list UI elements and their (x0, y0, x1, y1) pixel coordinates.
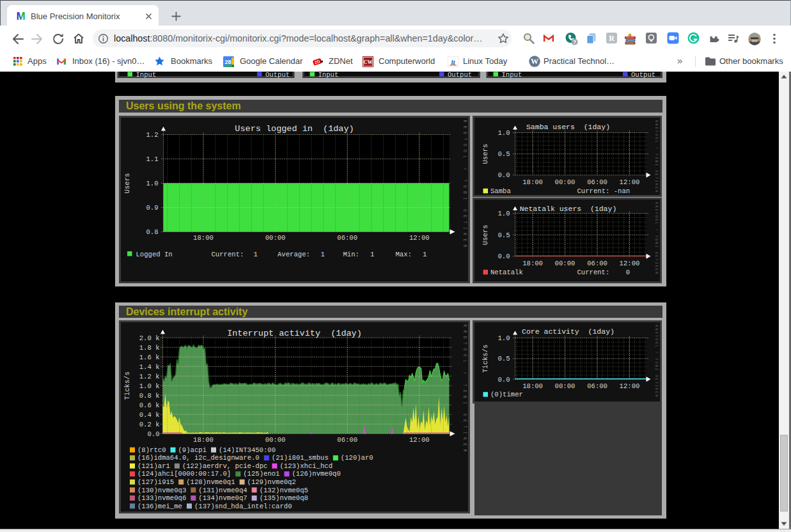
svg-text:1.0: 1.0 (497, 210, 510, 217)
svg-text:R: R (609, 34, 615, 43)
svg-text:06:00: 06:00 (587, 382, 607, 390)
svg-text:Input: Input (502, 72, 522, 79)
svg-text:(130)nvme0q3: (130)nvme0q3 (137, 486, 186, 494)
svg-text:(125)eno1: (125)eno1 (243, 470, 279, 478)
svg-text:0.0: 0.0 (497, 375, 510, 383)
svg-text:00:00: 00:00 (554, 382, 575, 390)
svg-text:(16)idma64.0, i2c_designware.0: (16)idma64.0, i2c_designware.0 (137, 454, 260, 462)
svg-text:1.0 k: 1.0 k (139, 382, 159, 389)
svg-text:Input: Input (318, 72, 339, 79)
svg-text:00:00: 00:00 (554, 259, 575, 267)
svg-text:12:00: 12:00 (619, 259, 639, 267)
svg-text:(0)timer: (0)timer (490, 391, 523, 398)
svg-text:Logged In: Logged In (136, 250, 172, 258)
svg-text:12:00: 12:00 (409, 435, 429, 443)
svg-text:Output: Output (448, 72, 472, 79)
svg-text:CW: CW (364, 59, 373, 65)
svg-text:Core activity (1day): Core activity (1day) (522, 327, 615, 336)
svg-text:0.4 k: 0.4 k (139, 411, 159, 418)
svg-text:Current: 0: Current: 0 (577, 268, 630, 276)
svg-text:28: 28 (225, 59, 231, 65)
svg-text:(122)aerdrv, pcie-dpc: (122)aerdrv, pcie-dpc (182, 462, 267, 470)
svg-text:M: M (16, 10, 25, 21)
svg-text:Samba: Samba (490, 187, 511, 194)
svg-text:18:00: 18:00 (193, 234, 214, 242)
svg-text:06:00: 06:00 (587, 178, 607, 186)
svg-text:0.0: 0.0 (497, 171, 510, 179)
svg-text:Ticks/s: Ticks/s (482, 344, 489, 373)
svg-text:06:00: 06:00 (587, 259, 607, 267)
svg-text:Input: Input (136, 72, 157, 79)
svg-text:1.0: 1.0 (146, 180, 158, 187)
svg-text:(134)nvme0q7: (134)nvme0q7 (198, 494, 247, 502)
svg-text:(137)snd_hda_intel:card0: (137)snd_hda_intel:card0 (194, 502, 292, 510)
svg-text:0.0: 0.0 (147, 430, 159, 437)
svg-text:Output: Output (265, 72, 290, 79)
svg-text:18:00: 18:00 (522, 178, 543, 186)
svg-text:Samba users (1day): Samba users (1day) (526, 123, 609, 131)
svg-text:(9)acpi: (9)acpi (178, 446, 207, 454)
svg-text:00:00: 00:00 (265, 435, 285, 443)
svg-text:RRDTOOL / TOBI OETIKER: RRDTOOL / TOBI OETIKER (654, 325, 659, 398)
svg-text:(136)mei_me: (136)mei_me (137, 502, 182, 510)
svg-text:Max:: Max: (395, 250, 411, 258)
svg-text:0.8: 0.8 (146, 228, 158, 236)
svg-text:1.4 k: 1.4 k (139, 363, 159, 370)
svg-text:(121)ar1: (121)ar1 (137, 462, 170, 470)
svg-text:(132)nvme0q5: (132)nvme0q5 (259, 486, 308, 494)
svg-text:(14)INT3450:00: (14)INT3450:00 (219, 446, 276, 454)
svg-text:1: 1 (253, 250, 257, 258)
svg-text:Netatalk: Netatalk (490, 268, 523, 276)
svg-text:00:00: 00:00 (554, 178, 575, 186)
svg-text:Current:: Current: (211, 250, 244, 258)
svg-text:Netatalk users (1day): Netatalk users (1day) (519, 204, 616, 212)
svg-text:RRDTOOL / TOBI OETIKER: RRDTOOL / TOBI OETIKER (654, 201, 658, 274)
svg-text:RRDTOOL / TOBI OETIKER: RRDTOOL / TOBI OETIKER (654, 120, 659, 193)
svg-text:(128)nvme0q1: (128)nvme0q1 (186, 478, 235, 486)
svg-text:12:00: 12:00 (619, 178, 639, 186)
svg-text:18:00: 18:00 (522, 259, 543, 267)
svg-text:0.0: 0.0 (497, 253, 510, 260)
svg-text:0.5: 0.5 (497, 231, 510, 239)
svg-text:06:00: 06:00 (337, 234, 357, 242)
svg-text:(123)xhci_hcd: (123)xhci_hcd (279, 462, 333, 470)
svg-text:0.8 k: 0.8 k (139, 391, 159, 399)
svg-text:Current: -nan: Current: -nan (577, 187, 630, 194)
svg-text:1.8 k: 1.8 k (139, 343, 159, 351)
svg-text:lt: lt (451, 58, 455, 66)
svg-text:RRDTOOL / TOBI OETIKER: RRDTOOL / TOBI OETIKER (462, 120, 466, 251)
svg-text:W: W (531, 57, 538, 66)
svg-text:Ticks/s: Ticks/s (123, 372, 130, 400)
svg-text:Average:: Average: (278, 250, 310, 258)
svg-text:0.5: 0.5 (497, 355, 510, 363)
svg-text:1.1: 1.1 (146, 155, 158, 163)
svg-text:1.2: 1.2 (146, 131, 158, 139)
svg-text:1.2 k: 1.2 k (139, 372, 159, 380)
svg-text:(129)nvme0q2: (129)nvme0q2 (247, 478, 295, 486)
svg-text:1: 1 (370, 250, 374, 258)
svg-text:(126)nvme0q0: (126)nvme0q0 (292, 470, 340, 478)
svg-text:(127)i915: (127)i915 (137, 478, 174, 486)
svg-text:RRDTOOL / TOBI OETIKER: RRDTOOL / TOBI OETIKER (462, 324, 466, 455)
svg-text:12:00: 12:00 (619, 382, 639, 390)
svg-text:12:00: 12:00 (409, 234, 429, 242)
svg-text:(135)nvme0q8: (135)nvme0q8 (259, 494, 308, 502)
svg-text:2.0 k: 2.0 k (139, 334, 159, 341)
svg-text:0.2 k: 0.2 k (139, 420, 159, 428)
svg-text:Users: Users (482, 143, 489, 164)
svg-text:Interrupt activity (1day): Interrupt activity (1day) (227, 328, 362, 338)
svg-text:0.5: 0.5 (497, 150, 510, 158)
svg-text:18:00: 18:00 (193, 435, 214, 443)
svg-text:06:00: 06:00 (337, 435, 357, 443)
svg-text:1.0: 1.0 (497, 129, 510, 137)
svg-text:1.6 k: 1.6 k (139, 353, 159, 361)
svg-text:(120)ar0: (120)ar0 (340, 454, 373, 462)
svg-text:1: 1 (320, 250, 324, 258)
svg-text:(124)ahci[0000:00:17.0]: (124)ahci[0000:00:17.0] (137, 470, 231, 478)
svg-text:Users: Users (123, 173, 130, 193)
svg-text:(133)nvme0q6: (133)nvme0q6 (137, 494, 186, 502)
svg-text:(21)i801_smbus: (21)i801_smbus (271, 454, 328, 462)
svg-text:Users logged in (1day): Users logged in (1day) (235, 123, 354, 133)
svg-text:(8)rtc0: (8)rtc0 (137, 446, 166, 454)
svg-text:1.0: 1.0 (497, 334, 510, 342)
